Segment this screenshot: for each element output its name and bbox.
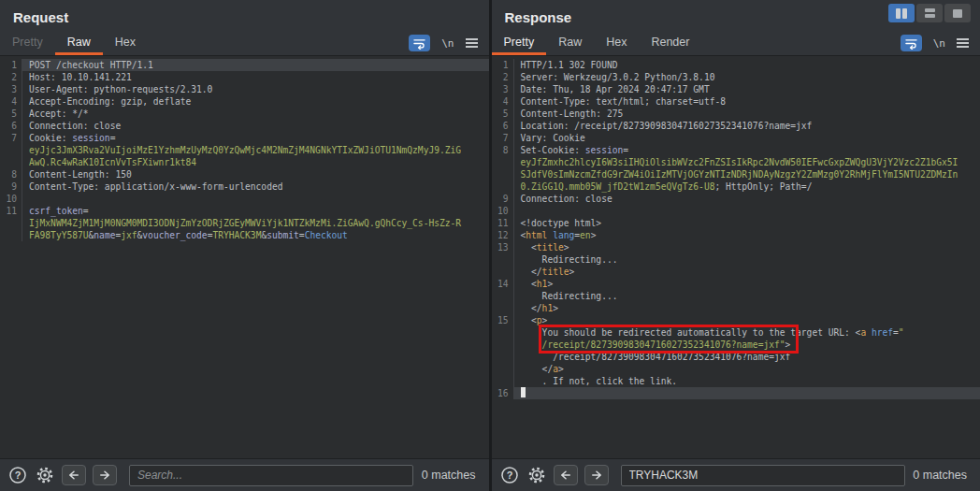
tab-raw[interactable]: Raw	[55, 31, 103, 55]
response-search-bar: ? 0 matches	[492, 458, 980, 491]
line-number: 2	[0, 71, 22, 83]
layout-single-button[interactable]	[944, 4, 971, 22]
line-number	[492, 302, 514, 314]
show-newlines-button[interactable]: \n	[441, 37, 454, 50]
code-line: 1HTTP/1.1 302 FOUND	[492, 59, 980, 71]
code-line: 2Server: Werkzeug/3.0.2 Python/3.8.10	[492, 71, 980, 83]
previous-match-button[interactable]	[62, 465, 86, 485]
request-tabs: PrettyRawHex	[0, 31, 409, 55]
request-title: Request	[0, 0, 489, 25]
line-number: 6	[0, 120, 22, 132]
code-line: 13 <title>	[492, 241, 980, 253]
search-help-button[interactable]: ?	[7, 465, 28, 485]
word-wrap-icon	[904, 37, 918, 50]
code-line: 4Accept-Encoding: gzip, deflate	[0, 95, 489, 108]
arrow-right-icon	[97, 468, 112, 483]
line-number: 11	[0, 205, 22, 217]
search-settings-button[interactable]	[35, 465, 55, 485]
help-icon: ?	[500, 466, 519, 484]
tab-raw[interactable]: Raw	[546, 31, 594, 55]
request-search-input[interactable]	[129, 465, 413, 486]
code-line: 0.ZiGG1Q.mmb05W_jfD2tW1zm5eQVgTz6-U8; Ht…	[492, 181, 980, 193]
columns-layout-icon	[896, 8, 907, 19]
response-search-input[interactable]	[621, 465, 905, 486]
response-tabs: PrettyRawHexRender	[492, 31, 901, 55]
response-menu-button[interactable]	[957, 38, 969, 48]
code-line: </title>	[492, 266, 980, 278]
tab-pretty[interactable]: Pretty	[492, 31, 547, 55]
arrow-left-icon	[558, 468, 573, 483]
line-number: 12	[492, 229, 514, 241]
code-line: </a>	[492, 363, 980, 375]
request-editor[interactable]: 1POST /checkout HTTP/1.12Host: 10.10.141…	[0, 56, 489, 458]
line-number	[492, 168, 514, 181]
code-line: 16	[492, 387, 980, 399]
response-code: 1HTTP/1.1 302 FOUND2Server: Werkzeug/3.0…	[492, 59, 980, 399]
next-match-button[interactable]	[93, 465, 117, 485]
help-icon: ?	[8, 466, 27, 484]
layout-rows-button[interactable]	[916, 4, 943, 22]
code-line: 12<html lang=en>	[492, 229, 980, 241]
request-panel: Request PrettyRawHex \n 1POST /checkout …	[0, 0, 489, 491]
previous-match-button[interactable]	[554, 465, 578, 485]
line-number	[492, 363, 514, 375]
code-line: 10	[0, 193, 489, 205]
code-line: 5Content-Length: 275	[492, 108, 980, 120]
line-number: 10	[0, 193, 22, 205]
word-wrap-button[interactable]	[409, 35, 430, 51]
line-number: 3	[492, 83, 514, 95]
code-line: /receipt/82739098304716027352341076?name…	[492, 339, 980, 351]
line-number	[492, 351, 514, 363]
request-search-bar: ? 0 matches	[0, 458, 489, 491]
search-settings-button[interactable]	[526, 465, 547, 485]
code-line: AwQ.Rc4wRaK10IcnVvTsFXiwnr1kt84	[0, 156, 489, 168]
code-line: eyJjc3JmX3Rva2VuIjoiMzE1YzhmMzUyMzQ0YzQw…	[0, 144, 489, 156]
request-menu-button[interactable]	[466, 38, 478, 48]
line-number	[0, 217, 22, 229]
request-match-count: 0 matches	[422, 469, 476, 482]
tab-render[interactable]: Render	[639, 31, 701, 55]
code-line: 11<!doctype html>	[492, 217, 980, 229]
line-number	[0, 229, 22, 241]
single-layout-icon	[953, 9, 962, 18]
tab-pretty[interactable]: Pretty	[0, 31, 55, 55]
code-line: Redirecting...	[492, 253, 980, 266]
word-wrap-icon	[412, 37, 426, 50]
line-number: 1	[492, 59, 514, 71]
code-line: IjMxNWM4ZjM1MjM0NGM0MDI3ODNjZmYzODRjZGEy…	[0, 217, 489, 229]
rows-layout-icon	[925, 8, 935, 18]
request-tabbar: PrettyRawHex \n	[0, 31, 489, 56]
code-line: /receipt/82739098304716027352341076?name…	[492, 351, 980, 363]
code-line: 7Vary: Cookie	[492, 132, 980, 144]
code-line: 11csrf_token=	[0, 205, 489, 217]
line-number: 1	[0, 59, 22, 71]
code-line: 7Cookie: session=	[0, 132, 489, 144]
search-help-button[interactable]: ?	[499, 465, 520, 485]
request-code: 1POST /checkout HTTP/1.12Host: 10.10.141…	[0, 59, 489, 241]
tab-hex[interactable]: Hex	[594, 31, 639, 55]
line-number	[492, 290, 514, 302]
line-number	[492, 181, 514, 193]
line-number	[492, 375, 514, 387]
layout-columns-button[interactable]	[888, 4, 915, 22]
response-editor[interactable]: 1HTTP/1.1 302 FOUND2Server: Werkzeug/3.0…	[492, 56, 980, 458]
response-tabbar: PrettyRawHexRender \n	[492, 31, 980, 56]
line-number: 8	[0, 168, 22, 181]
show-newlines-button[interactable]: \n	[933, 37, 945, 50]
code-line: 3User-Agent: python-requests/2.31.0	[0, 83, 489, 95]
tab-hex[interactable]: Hex	[103, 31, 148, 55]
code-line: 10	[492, 205, 980, 217]
gear-icon	[36, 466, 54, 484]
code-line: 5Accept: */*	[0, 108, 489, 120]
word-wrap-button[interactable]	[901, 35, 922, 51]
svg-text:?: ?	[15, 469, 22, 481]
code-line: 9Connection: close	[492, 193, 980, 205]
next-match-button[interactable]	[584, 465, 609, 485]
code-line: 4Content-Type: text/html; charset=utf-8	[492, 95, 980, 108]
code-line: FA98TyY587U&name=jxf&voucher_code=TRYHAC…	[0, 229, 489, 241]
line-number	[492, 339, 514, 351]
line-number: 9	[492, 193, 514, 205]
line-number: 15	[492, 314, 514, 326]
code-line: 15 <p>	[492, 314, 980, 326]
code-line: 6Connection: close	[0, 120, 489, 132]
